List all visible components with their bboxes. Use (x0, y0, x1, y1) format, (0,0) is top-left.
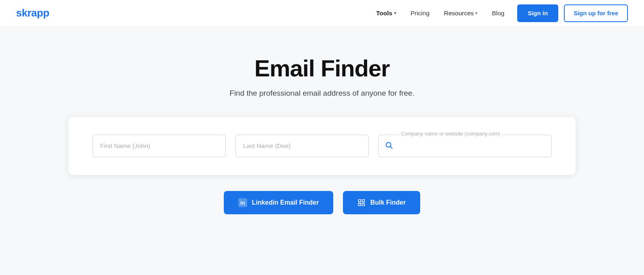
last-name-input[interactable] (235, 135, 369, 157)
first-name-input[interactable] (93, 135, 226, 157)
finder-buttons: in Linkedin Email Finder Bulk Finder (224, 191, 420, 214)
first-name-group (93, 135, 226, 157)
hero-title: Email Finder (254, 55, 390, 82)
company-input[interactable] (378, 135, 551, 157)
nav-actions: Sign in Sign up for free (517, 4, 628, 22)
signin-button[interactable]: Sign in (517, 4, 558, 22)
hero-subtitle: Find the professional email address of a… (229, 89, 414, 98)
bulk-finder-button[interactable]: Bulk Finder (343, 191, 420, 214)
linkedin-icon: in (238, 198, 247, 207)
nav-links: Tools ▾ Pricing Resources ▾ Blog (376, 10, 504, 17)
search-card: Company name or website (company.com) (68, 117, 576, 175)
nav-pricing[interactable]: Pricing (411, 10, 429, 17)
signup-button[interactable]: Sign up for free (564, 4, 628, 22)
nav-resources[interactable]: Resources ▾ (444, 10, 477, 17)
svg-rect-5 (362, 203, 365, 206)
brand-logo[interactable]: skrapp (16, 7, 376, 19)
svg-rect-4 (359, 203, 361, 206)
last-name-group (235, 135, 369, 157)
nav-tools[interactable]: Tools ▾ (376, 10, 396, 17)
navbar: skrapp Tools ▾ Pricing Resources ▾ Blog … (0, 0, 644, 27)
grid-icon (357, 199, 365, 207)
company-group: Company name or website (company.com) (378, 135, 551, 157)
hero-section: Email Finder Find the professional email… (0, 27, 644, 214)
linkedin-email-finder-button[interactable]: in Linkedin Email Finder (224, 191, 333, 214)
chevron-down-icon: ▾ (475, 11, 477, 15)
svg-rect-3 (362, 200, 365, 202)
svg-rect-2 (359, 200, 361, 202)
chevron-down-icon: ▾ (394, 11, 396, 15)
nav-blog[interactable]: Blog (492, 10, 504, 17)
company-label: Company name or website (company.com) (399, 131, 502, 137)
